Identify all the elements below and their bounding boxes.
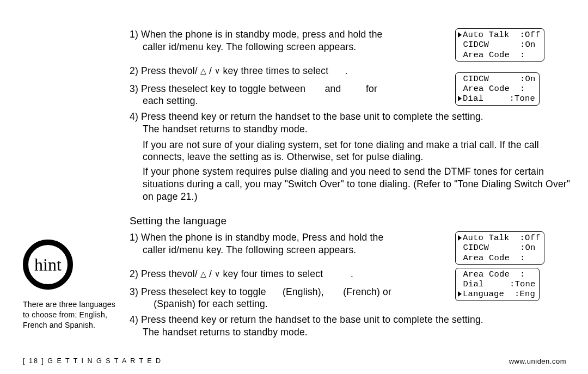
pointer-icon: [458, 291, 462, 297]
text: end: [182, 314, 199, 325]
footer-url: www.uniden.com: [509, 357, 566, 365]
text: for: [363, 83, 377, 94]
sec2-step4: 4) Press theend key or return the handse…: [130, 314, 576, 339]
footer-left: [ 18 ] G E T T I N G S T A R T E D: [23, 357, 162, 365]
text: (French) or: [340, 286, 391, 297]
text: each setting.: [130, 95, 451, 107]
text: key to toggle between: [208, 83, 309, 94]
text: 4) Press the: [130, 314, 182, 325]
sec1-step2-3: 2) Press thevol/ △ / ∨ key three times t…: [130, 65, 576, 107]
lcd-screen-3: Auto Talk :Off CIDCW :On Area Code :: [455, 231, 544, 265]
sec1-step4: 4) Press theend key or return the handse…: [130, 111, 576, 136]
text: caller id/menu key. The following screen…: [130, 41, 451, 53]
down-arrow-icon: ∨: [215, 66, 220, 75]
lcd-line: Auto Talk :Off: [463, 30, 541, 40]
sec1-step1: 1) When the phone is in standby mode, pr…: [130, 28, 576, 62]
pointer-icon: [458, 32, 462, 38]
text: and: [322, 83, 344, 94]
text: 1) When the phone is in standby mode, pr…: [130, 29, 383, 40]
text: (Spanish) for each setting.: [154, 298, 268, 309]
hint-sidebar: hint There are three languages to choose…: [23, 240, 121, 330]
sec1-note1: If you are not sure of your dialing syst…: [130, 139, 576, 164]
text: key to toggle: [208, 286, 269, 297]
text: end: [182, 111, 199, 122]
text: 3) Press the: [130, 83, 182, 94]
lcd-screen-4: Area Code : Dial :Tone Language :Eng: [455, 268, 540, 301]
lcd-screen-2: CIDCW :On Area Code : Dial :Tone: [455, 72, 540, 106]
down-arrow-icon: ∨: [215, 269, 220, 278]
text: The handset returns to standby mode.: [130, 326, 576, 339]
lcd-line: CIDCW :On: [458, 243, 536, 253]
sec2-step1: 1) When the phone is in standby mode, Pr…: [130, 231, 576, 265]
text: (English),: [280, 286, 327, 297]
text: vol/: [182, 268, 198, 279]
lcd-line: Area Code :: [458, 269, 525, 279]
lcd-line: Auto Talk :Off: [463, 233, 541, 243]
lcd-line: Dial :Tone: [463, 94, 535, 103]
pointer-icon: [458, 235, 462, 241]
hint-note: There are three languages to choose from…: [23, 299, 121, 330]
hint-label: hint: [34, 255, 62, 275]
text: 1) When the phone is in standby mode, Pr…: [130, 232, 383, 243]
text: .: [345, 65, 348, 76]
up-arrow-icon: △: [200, 269, 206, 278]
text: select: [182, 286, 208, 297]
sec2-step2-3: 2) Press thevol/ △ / ∨ key four times to…: [130, 268, 576, 310]
lcd-line: Area Code :: [458, 253, 525, 263]
lcd-line: Language :Eng: [463, 289, 535, 299]
lcd-line: Area Code :: [458, 84, 525, 94]
text: vol/: [182, 65, 198, 76]
up-arrow-icon: △: [200, 66, 206, 75]
lcd-line: Area Code :: [458, 50, 525, 60]
text: 2) Press the: [130, 65, 182, 76]
text: 3) Press the: [130, 286, 182, 297]
text: select: [182, 83, 208, 94]
section2-title: Setting the language: [130, 214, 576, 228]
lcd-screen-1: Auto Talk :Off CIDCW :On Area Code :: [455, 28, 544, 62]
text: caller id/menu key. The following screen…: [130, 244, 451, 256]
text: 2) Press the: [130, 268, 182, 279]
text: .: [351, 268, 353, 279]
sec1-note2: If your phone system requires pulse dial…: [130, 165, 576, 203]
text: key or return the handset to the base un…: [199, 314, 483, 325]
lcd-line: CIDCW :On: [458, 74, 536, 84]
main-content: 1) When the phone is in standby mode, pr…: [130, 28, 576, 339]
text: key or return the handset to the base un…: [199, 111, 483, 122]
text: key four times to select: [223, 268, 326, 279]
lcd-line: CIDCW :On: [458, 40, 536, 50]
text: 4) Press the: [130, 111, 182, 122]
lcd-line: Dial :Tone: [458, 279, 536, 289]
text: key three times to select: [223, 65, 332, 76]
pointer-icon: [458, 96, 462, 101]
hint-icon: hint: [23, 240, 73, 290]
manual-page: hint There are three languages to choose…: [0, 0, 588, 374]
page-footer: [ 18 ] G E T T I N G S T A R T E D www.u…: [23, 357, 566, 365]
text: The handset returns to standby mode.: [130, 123, 576, 136]
